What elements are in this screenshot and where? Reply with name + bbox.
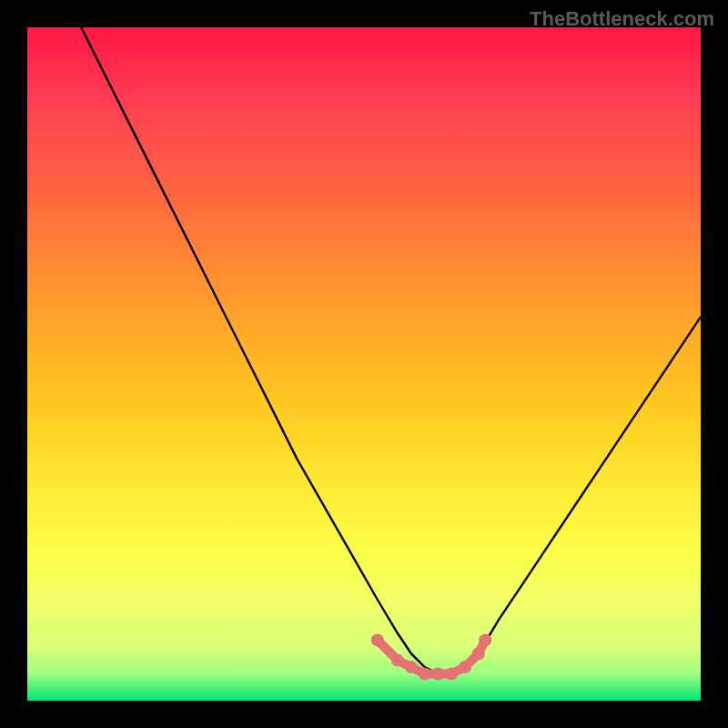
optimal-marker-dot xyxy=(431,667,444,680)
optimal-marker-dot xyxy=(371,633,384,646)
optimal-marker-dot xyxy=(391,654,404,667)
optimal-marker-dot xyxy=(405,661,418,673)
bottleneck-curve xyxy=(81,27,701,673)
chart-plot-area xyxy=(27,27,701,701)
optimal-marker-dot xyxy=(445,667,458,680)
watermark-text: TheBottleneck.com xyxy=(530,7,714,31)
optimal-marker-dot xyxy=(472,647,485,660)
optimal-marker-dot xyxy=(419,667,431,680)
chart-svg xyxy=(27,27,701,701)
optimal-marker-dot xyxy=(459,661,471,673)
optimal-marker-dot xyxy=(479,633,491,646)
